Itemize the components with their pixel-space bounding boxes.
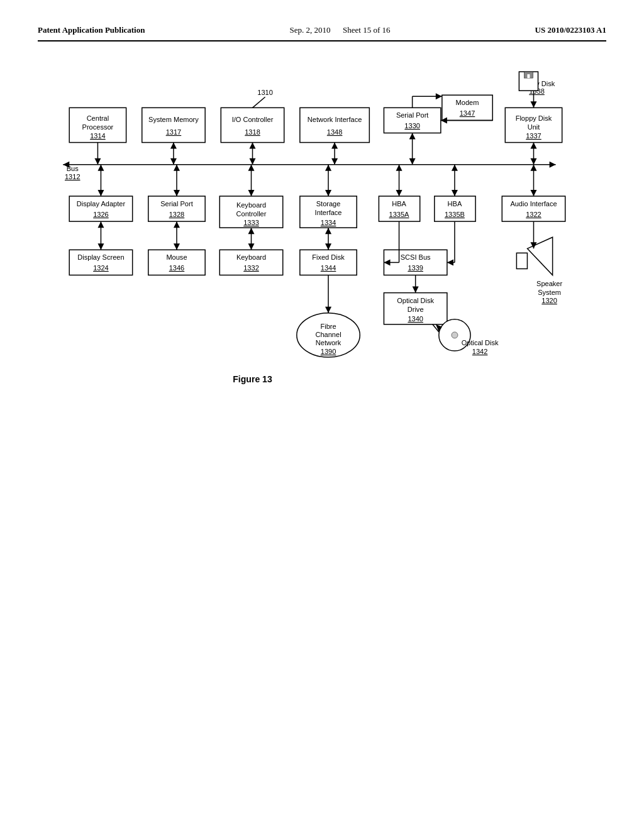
svg-text:Display Screen: Display Screen — [77, 253, 124, 261]
arrow-net-up — [331, 143, 338, 149]
svg-marker-52 — [452, 190, 458, 196]
svg-marker-57 — [530, 165, 536, 171]
svg-text:1346: 1346 — [169, 264, 185, 272]
diagram-area: .box { fill: #fff; stroke: #000; stroke-… — [38, 60, 606, 505]
svg-marker-87 — [413, 287, 419, 293]
svg-text:Serial Port: Serial Port — [160, 200, 192, 208]
box-1318 — [221, 108, 284, 142]
svg-text:1328: 1328 — [169, 211, 185, 218]
svg-marker-48 — [396, 190, 402, 196]
svg-text:1317: 1317 — [166, 128, 182, 136]
svg-text:Serial Port: Serial Port — [396, 111, 429, 119]
svg-text:1337: 1337 — [526, 132, 541, 140]
svg-text:System: System — [538, 289, 561, 296]
svg-marker-39 — [248, 190, 254, 196]
svg-text:1324: 1324 — [93, 264, 109, 272]
svg-text:Keyboard: Keyboard — [236, 253, 266, 261]
svg-text:1330: 1330 — [404, 122, 420, 130]
svg-text:Channel: Channel — [315, 331, 341, 338]
svg-marker-34 — [174, 190, 180, 196]
arrow-cpu-bus — [94, 158, 101, 165]
svg-point-93 — [452, 332, 458, 338]
svg-text:Display Adapter: Display Adapter — [77, 200, 126, 208]
svg-text:Controller: Controller — [236, 210, 267, 218]
svg-marker-92 — [325, 307, 331, 313]
svg-text:Drive: Drive — [408, 306, 424, 313]
arrow-serial-up — [409, 133, 416, 140]
svg-marker-61 — [97, 221, 104, 228]
svg-text:1344: 1344 — [321, 264, 336, 272]
svg-marker-20 — [436, 93, 442, 99]
svg-marker-45 — [325, 165, 331, 171]
svg-text:I/O Controller: I/O Controller — [232, 116, 274, 123]
svg-text:Mouse: Mouse — [166, 253, 187, 261]
svg-text:1333: 1333 — [243, 219, 259, 226]
svg-text:Processor: Processor — [82, 123, 114, 131]
svg-marker-35 — [174, 165, 180, 171]
svg-marker-60 — [97, 243, 104, 250]
svg-text:1342: 1342 — [472, 348, 488, 355]
svg-text:1347: 1347 — [460, 109, 475, 117]
patent-page: Patent Application Publication Sep. 2, 2… — [0, 0, 644, 830]
svg-marker-68 — [248, 243, 254, 250]
header-patent-number: US 2010/0223103 A1 — [535, 25, 606, 35]
label-1342: Optical Disk — [462, 339, 499, 346]
svg-rect-80 — [516, 253, 527, 268]
svg-text:1390: 1390 — [321, 348, 336, 355]
svg-text:Keyboard: Keyboard — [236, 201, 266, 209]
svg-line-3 — [253, 97, 265, 108]
svg-marker-53 — [452, 165, 458, 171]
svg-text:Central: Central — [87, 114, 109, 122]
svg-text:Audio Interface: Audio Interface — [510, 200, 557, 208]
svg-rect-26 — [527, 74, 530, 78]
box-1317 — [142, 108, 205, 142]
svg-text:1335A: 1335A — [389, 211, 410, 218]
svg-text:1320: 1320 — [541, 297, 557, 304]
svg-text:1318: 1318 — [245, 128, 260, 136]
arrow-serial-down — [409, 158, 416, 165]
svg-text:Unit: Unit — [528, 123, 540, 131]
svg-text:1334: 1334 — [321, 219, 336, 226]
svg-marker-27 — [530, 101, 536, 108]
arrow-io-up — [249, 143, 255, 149]
svg-marker-44 — [325, 190, 331, 196]
svg-text:HBA: HBA — [392, 200, 406, 208]
svg-marker-49 — [396, 165, 402, 171]
arrow-io-down — [249, 158, 255, 165]
figure-13-svg: .box { fill: #fff; stroke: #000; stroke-… — [38, 60, 606, 502]
figure-label: Figure 13 — [233, 374, 272, 384]
svg-text:Interface: Interface — [315, 209, 342, 216]
header-sheet: Sheet 15 of 16 — [343, 25, 390, 35]
svg-text:HBA: HBA — [448, 200, 462, 208]
label-speaker: Speaker — [536, 280, 562, 287]
bus-arrow-right — [550, 162, 556, 168]
svg-text:Modem: Modem — [456, 99, 479, 106]
svg-text:Storage: Storage — [316, 200, 341, 208]
svg-text:Optical Disk: Optical Disk — [397, 297, 434, 304]
label-1310: 1310 — [257, 89, 273, 96]
svg-text:1326: 1326 — [93, 211, 109, 218]
svg-text:1312: 1312 — [65, 173, 80, 180]
svg-text:Network Interface: Network Interface — [308, 116, 362, 123]
svg-marker-30 — [97, 190, 104, 196]
svg-text:1332: 1332 — [243, 264, 259, 272]
svg-text:1314: 1314 — [90, 132, 106, 140]
header-date-sheet: Sep. 2, 2010 Sheet 15 of 16 — [290, 25, 391, 35]
svg-text:Fixed Disk: Fixed Disk — [312, 253, 345, 261]
svg-marker-31 — [97, 165, 104, 171]
header-date: Sep. 2, 2010 — [290, 25, 331, 35]
arrow-mem-up — [170, 143, 177, 149]
svg-marker-73 — [325, 228, 331, 234]
svg-marker-72 — [325, 243, 331, 250]
svg-text:Floppy Disk: Floppy Disk — [516, 114, 552, 122]
arrow-net-down — [331, 158, 338, 165]
box-1348 — [300, 108, 369, 142]
svg-text:1335B: 1335B — [445, 211, 465, 218]
header-publication-label: Patent Application Publication — [38, 25, 145, 35]
svg-marker-65 — [174, 221, 180, 228]
svg-marker-40 — [248, 165, 254, 171]
svg-text:1348: 1348 — [327, 128, 343, 136]
svg-text:1339: 1339 — [408, 264, 423, 272]
arrow-floppy-down — [530, 158, 536, 165]
svg-marker-79 — [447, 259, 453, 265]
